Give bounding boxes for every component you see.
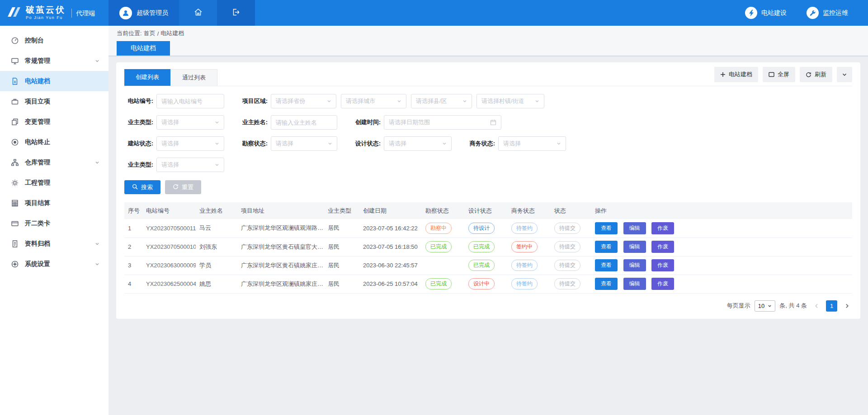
sidebar-item-type2-card[interactable]: 开二类卡 <box>0 213 108 233</box>
business-status-badge: 待签约 <box>511 278 538 289</box>
stations-table: 序号 电站编号 业主姓名 项目地址 业主类型 创建日期 勘察状态 设计状态 商务… <box>124 202 852 294</box>
cell-address: 广东深圳龙华区黄石镇皇官大… <box>237 238 324 256</box>
city-select[interactable]: 请选择城市 <box>341 94 406 108</box>
stop-circle-icon <box>11 138 19 146</box>
page-tabstrip: 电站建档 <box>108 41 868 56</box>
void-button[interactable]: 作废 <box>651 241 674 253</box>
edit-button[interactable]: 编辑 <box>623 278 646 290</box>
briefcase-icon <box>11 98 19 106</box>
col-status: 状态 <box>551 202 591 219</box>
nav-station-build[interactable]: 电站建设 <box>745 0 787 26</box>
province-select[interactable]: 请选择省份 <box>271 94 336 108</box>
business-status-select[interactable]: 请选择 <box>498 136 566 151</box>
create-time-range-input[interactable]: 请选择日期范围 <box>384 115 501 130</box>
owner-type-label: 业主类型: <box>124 118 153 126</box>
add-station-button[interactable]: 电站建档 <box>714 67 758 82</box>
nav-monitor-ops[interactable]: 监控运维 <box>807 0 848 26</box>
header-spacer <box>255 0 745 26</box>
view-button[interactable]: 查看 <box>595 241 618 253</box>
survey-status-badge: 已完成 <box>425 241 452 252</box>
collapse-filters-button[interactable] <box>837 67 852 82</box>
total-count-label: 条, 共 4 条 <box>779 302 807 310</box>
build-status-select[interactable]: 请选择 <box>156 136 224 151</box>
void-button[interactable]: 作废 <box>651 222 674 234</box>
user-menu[interactable]: 超级管理员 <box>108 0 179 26</box>
sidebar-item-general-mgmt[interactable]: 常规管理 <box>0 51 108 71</box>
breadcrumb-label: 当前位置: <box>117 29 142 37</box>
sidebar-item-system-settings[interactable]: 系统设置 <box>0 254 108 274</box>
survey-status-select[interactable]: 请选择 <box>271 136 337 151</box>
business-status-label: 商务状态: <box>466 140 495 148</box>
survey-status-badge: 勘察中 <box>425 223 452 234</box>
station-code-label: 电站编号: <box>124 97 153 105</box>
panel-header: 创建列表 通过列表 电站建档 全屏 <box>124 67 852 86</box>
cell-owner-type: 居民 <box>324 275 359 293</box>
design-status-select[interactable]: 请选择 <box>384 136 452 151</box>
cell-seq: 2 <box>124 238 142 256</box>
owner-name-input[interactable] <box>271 115 337 130</box>
reset-button[interactable]: 重置 <box>165 180 201 194</box>
col-survey-status: 勘察状态 <box>422 202 465 219</box>
sidebar-item-label: 控制台 <box>25 37 44 45</box>
logo-text: 破茧云伏 Po Jian Yun Fu <box>26 5 66 20</box>
view-button[interactable]: 查看 <box>595 259 618 271</box>
tab-create-list[interactable]: 创建列表 <box>124 69 170 86</box>
edit-button[interactable]: 编辑 <box>623 222 646 234</box>
view-button[interactable]: 查看 <box>595 278 618 290</box>
cell-owner-name: 姚思 <box>196 275 237 293</box>
edit-button[interactable]: 编辑 <box>623 259 646 271</box>
plus-icon <box>720 72 726 77</box>
owner-type2-select[interactable]: 请选择 <box>156 158 224 172</box>
sidebar-item-project-initiation[interactable]: 项目立项 <box>0 91 108 112</box>
chevron-down-icon <box>768 304 772 308</box>
nav-station-build-label: 电站建设 <box>761 9 787 17</box>
void-button[interactable]: 作废 <box>651 259 674 271</box>
refresh-icon <box>806 72 811 78</box>
cell-seq: 3 <box>124 256 142 275</box>
search-button[interactable]: 搜索 <box>124 180 160 194</box>
table-row: 1 YX2023070500011 马云 广东深圳龙华区观澜镇观湖路… 居民 2… <box>124 219 852 238</box>
edit-button[interactable]: 编辑 <box>623 241 646 253</box>
sidebar-item-console[interactable]: 控制台 <box>0 30 108 51</box>
page-tab-station-archive[interactable]: 电站建档 <box>117 41 170 56</box>
county-select[interactable]: 请选择县/区 <box>411 94 472 108</box>
table-header-row: 序号 电站编号 业主姓名 项目地址 业主类型 创建日期 勘察状态 设计状态 商务… <box>124 202 852 219</box>
view-button[interactable]: 查看 <box>595 222 618 234</box>
logo[interactable]: 破茧云伏 Po Jian Yun Fu 代理端 <box>0 0 108 26</box>
per-page-label: 每页显示 <box>727 302 750 310</box>
chevron-down-icon <box>462 99 467 103</box>
per-page-select[interactable]: 10 <box>755 300 775 312</box>
town-select[interactable]: 请选择村镇/街道 <box>476 94 544 108</box>
prev-page-button[interactable] <box>811 300 822 311</box>
logout-button[interactable] <box>217 0 255 26</box>
sidebar-item-change-mgmt[interactable]: 变更管理 <box>0 112 108 132</box>
build-status-label: 建站状态: <box>124 140 153 148</box>
col-created: 创建日期 <box>359 202 422 219</box>
chevron-down-icon <box>397 99 401 103</box>
sidebar-item-data-archive[interactable]: 资料归档 <box>0 233 108 254</box>
tab-passed-list[interactable]: 通过列表 <box>170 69 217 86</box>
sidebar-item-station-termination[interactable]: 电站终止 <box>0 132 108 152</box>
chevron-down-icon <box>535 99 539 103</box>
cell-created: 2023-07-05 16:18:50 <box>359 238 422 256</box>
copy-icon <box>11 118 19 126</box>
reset-icon <box>173 184 179 191</box>
sidebar-item-station-archive[interactable]: 电站建档 <box>0 71 108 91</box>
station-code-input[interactable] <box>156 94 224 108</box>
design-status-label: 设计状态: <box>352 140 381 148</box>
fullscreen-button[interactable]: 全屏 <box>763 67 795 82</box>
home-button[interactable] <box>179 0 217 26</box>
sidebar-item-label: 开二类卡 <box>25 219 50 228</box>
sidebar-item-engineering-mgmt[interactable]: 工程管理 <box>0 173 108 193</box>
sidebar-item-warehouse-mgmt[interactable]: 仓库管理 <box>0 152 108 173</box>
void-button[interactable]: 作废 <box>651 278 674 290</box>
owner-type-select[interactable]: 请选择 <box>156 115 224 130</box>
refresh-button[interactable]: 刷新 <box>800 67 832 82</box>
cell-owner-type: 居民 <box>324 238 359 256</box>
next-page-button[interactable] <box>841 300 852 311</box>
table-row: 4 YX2023062500004 姚思 广东深圳龙华区观澜镇姚家庄… 居民 2… <box>124 275 852 293</box>
status-badge: 待提交 <box>554 241 580 252</box>
sidebar-item-project-settlement[interactable]: 项目结算 <box>0 193 108 213</box>
breadcrumb-home[interactable]: 首页 <box>144 29 156 37</box>
page-1-button[interactable]: 1 <box>826 300 837 312</box>
